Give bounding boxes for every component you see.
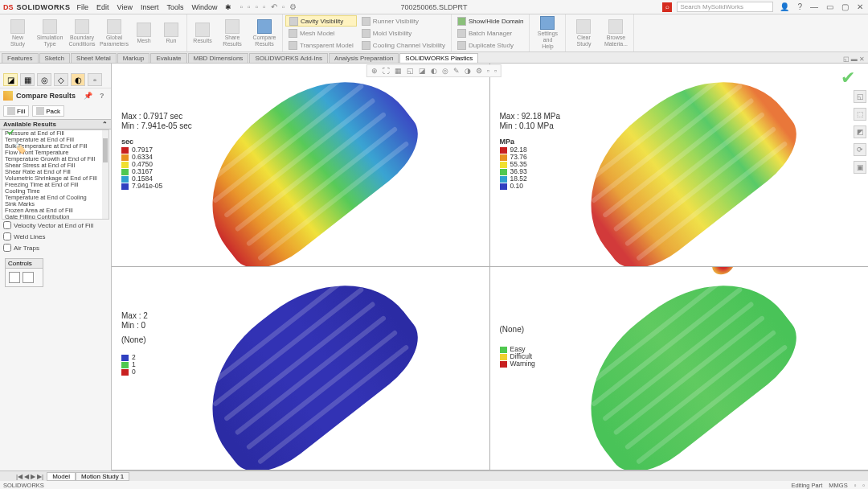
- velocity-checkbox[interactable]: Velocity Vector at End of Fill: [0, 220, 111, 231]
- side-icon-2[interactable]: ⬚: [854, 108, 866, 121]
- menu-tools[interactable]: Tools: [166, 3, 183, 11]
- status-icon-1[interactable]: ▫: [854, 482, 857, 489]
- pack-button[interactable]: Pack: [32, 105, 64, 117]
- qat-options-icon[interactable]: ⚙: [289, 2, 297, 11]
- qat-open-icon[interactable]: ▫: [248, 2, 251, 11]
- maximize-button[interactable]: ▢: [840, 2, 850, 11]
- simulation-type-button[interactable]: SimulationType: [35, 16, 65, 50]
- share-results-button[interactable]: ShareResults: [217, 16, 248, 50]
- status-icon-2[interactable]: ▫: [862, 482, 865, 489]
- global-parameters-button[interactable]: GlobalParameters: [99, 16, 129, 50]
- qat-save-icon[interactable]: ▫: [256, 2, 259, 11]
- showhide-domain-button[interactable]: Show/Hide Domain: [454, 15, 526, 27]
- close-button[interactable]: ✕: [855, 2, 865, 11]
- menu-file[interactable]: File: [77, 3, 89, 11]
- mesh-button[interactable]: Mesh: [131, 16, 157, 50]
- tab-features[interactable]: Features: [2, 53, 39, 63]
- panel-tab-4-icon[interactable]: ◇: [54, 73, 68, 86]
- list-item[interactable]: Gate Filling Contribution: [2, 214, 108, 220]
- panel-tab-tree-icon[interactable]: ◪: [3, 73, 18, 86]
- runner-visibility-toggle[interactable]: Runner Visibility: [358, 15, 448, 27]
- air-traps-checkbox[interactable]: Air Traps: [0, 242, 111, 253]
- compare-results-button[interactable]: CompareResults: [249, 16, 280, 50]
- side-icon-3[interactable]: ◩: [854, 125, 866, 138]
- pin-icon[interactable]: 📌: [84, 92, 92, 100]
- qat-new-icon[interactable]: ▫: [240, 2, 243, 11]
- results-button[interactable]: Results: [190, 16, 215, 50]
- qat-undo-icon[interactable]: ↶: [271, 2, 277, 11]
- menu-edit[interactable]: Edit: [96, 3, 109, 11]
- viewport-top-left[interactable]: Max : 0.7917 secMin : 7.941e-05 sec sec …: [112, 64, 490, 267]
- panel-tab-3-icon[interactable]: ◎: [37, 73, 51, 86]
- search-icon[interactable]: ⌕: [662, 2, 672, 12]
- view-fit-icon[interactable]: ⛶: [382, 67, 391, 75]
- view-edit-icon[interactable]: ✎: [452, 67, 461, 75]
- transparent-model-toggle[interactable]: Transparent Model: [285, 39, 357, 51]
- boundary-conditions-button[interactable]: BoundaryConditions: [67, 16, 97, 50]
- tab-motion-study[interactable]: Motion Study 1: [76, 472, 129, 481]
- user-icon[interactable]: 👤: [778, 2, 791, 11]
- minimize-button[interactable]: —: [809, 2, 820, 11]
- view-toolbar[interactable]: ⊕ ⛶ ▦ ◱ ◪ ◐ ◎ ✎ ◑ ⚙ ▫ ▫: [366, 64, 502, 77]
- tab-markup[interactable]: Markup: [117, 53, 150, 63]
- tab-analysis-preparation[interactable]: Analysis Preparation: [329, 53, 399, 63]
- settings-help-button[interactable]: SettingsandHelp: [532, 16, 563, 50]
- tab-sketch[interactable]: Sketch: [39, 53, 70, 63]
- panel-tab-2-icon[interactable]: ▦: [20, 73, 35, 86]
- help-icon[interactable]: ?: [796, 2, 804, 11]
- status-units[interactable]: MMGS: [829, 482, 847, 489]
- menu-window[interactable]: Window: [191, 3, 217, 11]
- mesh-model-toggle[interactable]: Mesh Model: [285, 27, 357, 39]
- panel-tab-6-icon[interactable]: ▫: [88, 73, 102, 86]
- view-scene-icon[interactable]: ◐: [430, 67, 438, 75]
- cooling-channel-visibility-toggle[interactable]: Cooling Channel Visibility: [358, 39, 448, 51]
- view-more-icon[interactable]: ▫: [486, 67, 490, 75]
- menu-view[interactable]: View: [117, 3, 133, 11]
- menu-more[interactable]: ✱: [225, 3, 231, 11]
- view-grid-icon[interactable]: ▫: [493, 67, 497, 75]
- tab-sheet-metal[interactable]: Sheet Metal: [71, 53, 117, 63]
- browse-materials-button[interactable]: BrowseMateria...: [600, 16, 631, 50]
- control-play-icon[interactable]: [9, 272, 20, 283]
- tab-model[interactable]: Model: [47, 472, 76, 481]
- tab-nav-last-icon[interactable]: ▶|: [37, 473, 43, 480]
- tab-mbd-dimensions[interactable]: MBD Dimensions: [188, 53, 249, 63]
- view-appearance-icon[interactable]: ◑: [464, 67, 472, 75]
- help-panel-icon[interactable]: ?: [100, 92, 108, 100]
- weld-lines-checkbox[interactable]: Weld Lines: [0, 231, 111, 242]
- batch-manager-button[interactable]: Batch Manager: [454, 27, 526, 39]
- tab-nav-first-icon[interactable]: |◀: [16, 473, 23, 480]
- menu-insert[interactable]: Insert: [141, 3, 159, 11]
- control-stop-icon[interactable]: [23, 272, 34, 283]
- results-scrollbar[interactable]: [102, 130, 108, 219]
- view-orient-icon[interactable]: ◱: [406, 67, 415, 75]
- view-zoom-icon[interactable]: ⊕: [371, 67, 379, 75]
- view-settings-icon[interactable]: ⚙: [475, 67, 483, 75]
- clear-study-button[interactable]: ClearStudy: [568, 16, 599, 50]
- view-section-icon[interactable]: ▦: [394, 67, 403, 75]
- tab-nav-next-icon[interactable]: ▶: [31, 473, 35, 480]
- tabstrip-collapse-icon[interactable]: ◱ ▬ ✕: [843, 55, 865, 63]
- side-icon-5[interactable]: ▣: [854, 161, 866, 174]
- cavity-visibility-toggle[interactable]: Cavity Visibility: [285, 15, 357, 27]
- tab-evaluate[interactable]: Evaluate: [150, 53, 186, 63]
- viewport-bottom-left[interactable]: Max : 2Min : 0 (None) 210: [112, 267, 490, 471]
- tab-solidworks-add-ins[interactable]: SOLIDWORKS Add-Ins: [249, 53, 328, 63]
- restore-button[interactable]: ▭: [825, 2, 835, 11]
- side-icon-4[interactable]: ⟳: [854, 143, 866, 156]
- new-study-button[interactable]: NewStudy: [2, 16, 33, 50]
- apply-ok-icon[interactable]: ✔: [841, 68, 860, 87]
- search-input[interactable]: Search MySolidWorks: [677, 2, 773, 12]
- view-hide-icon[interactable]: ◎: [441, 67, 449, 75]
- side-icon-1[interactable]: ◱: [854, 90, 866, 103]
- tab-nav-prev-icon[interactable]: ◀: [24, 473, 29, 480]
- qat-print-icon[interactable]: ▫: [263, 2, 266, 11]
- view-style-icon[interactable]: ◪: [418, 67, 427, 75]
- run-button[interactable]: Run: [158, 16, 184, 50]
- mold-visibility-toggle[interactable]: Mold Visibility: [358, 27, 448, 39]
- panel-tab-5-icon[interactable]: ◐: [71, 73, 85, 86]
- qat-redo-icon[interactable]: ▫: [282, 2, 285, 11]
- viewport-top-right[interactable]: Max : 92.18 MPaMin : 0.10 MPa MPa 92.187…: [490, 64, 869, 267]
- fill-button[interactable]: Fill: [3, 105, 29, 117]
- viewport-bottom-right[interactable]: (None) EasyDifficultWarning: [490, 267, 869, 471]
